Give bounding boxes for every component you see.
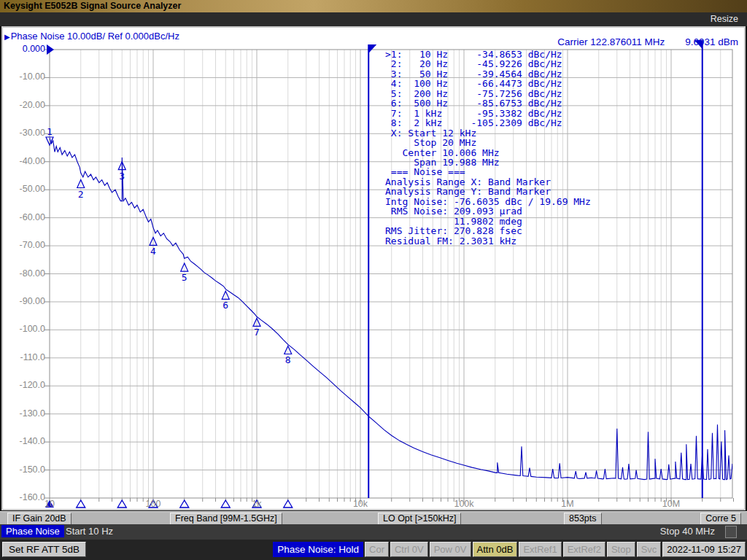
x-axis-tick-label: 100 — [128, 499, 179, 509]
points-button[interactable]: 853pts — [564, 513, 602, 525]
y-axis-tick-label: -110.0 — [0, 352, 45, 362]
marker-readout-table: >1: 10 Hz -34.8653 dBc/Hz 2: 20 Hz -45.9… — [385, 50, 591, 128]
trace-info-bar: Phase Noise Start 10 Hz Stop 40 MHz — [0, 524, 747, 540]
y-axis-tick-label: -30.00 — [0, 128, 45, 138]
indicator-svc: Svc — [637, 542, 662, 557]
y-axis-tick-label: -130.0 — [0, 408, 45, 419]
x-range-readout: X: Start 12 kHz Stop 20 MHz Center 10.00… — [385, 128, 591, 168]
x-axis-tick-label: 100k — [438, 499, 489, 509]
indicator-stop: Stop — [607, 542, 635, 557]
y-axis-tick-label: -140.0 — [0, 436, 45, 446]
y-axis-tick-label: -10.00 — [0, 71, 45, 82]
y-axis-tick-label: -50.00 — [0, 184, 45, 194]
y-axis-tick-label: -60.00 — [0, 212, 45, 222]
indicator-extref2: ExtRef2 — [563, 542, 605, 557]
y-axis-tick-label: -70.00 — [0, 240, 45, 250]
svg-text:3: 3 — [119, 171, 125, 182]
if-gain-button[interactable]: IF Gain 20dB — [7, 513, 71, 525]
trace-scale-label[interactable]: ▶Phase Noise 10.00dB/ Ref 0.000dBc/Hz — [4, 31, 179, 42]
phase-noise-plot[interactable]: 12345678 — [0, 0, 747, 510]
trace-select-icon: ▶ — [4, 33, 10, 41]
y-axis-tick-label: -120.0 — [0, 380, 45, 390]
instrument-status-bar: Set RF ATT 5dB Phase Noise: Hold CorCtrl… — [0, 540, 747, 560]
svg-text:5: 5 — [182, 272, 187, 283]
svg-text:4: 4 — [150, 246, 156, 257]
indicator-extref1: ExtRef1 — [519, 542, 561, 557]
corre-button[interactable]: Corre 5 — [700, 513, 741, 525]
tab-phase-noise[interactable]: Phase Noise — [1, 525, 64, 537]
svg-text:6: 6 — [222, 300, 228, 311]
svg-text:2: 2 — [78, 189, 84, 200]
y-axis-tick-label: -20.00 — [0, 100, 45, 110]
freq-band-button[interactable]: Freq Band [99M-1.5GHz] — [170, 513, 282, 525]
y-axis-tick-label: -90.00 — [0, 296, 45, 306]
sweep-start-label: Start 10 Hz — [66, 526, 113, 537]
svg-text:8: 8 — [285, 354, 291, 365]
datetime-display: 2022-11-09 15:27 — [662, 542, 746, 557]
x-axis-tick-label: 10k — [335, 499, 386, 509]
noise-analysis-readout: === Noise === Analysis Range X: Band Mar… — [385, 167, 591, 246]
indicator-pow-0v: Pow 0V — [430, 542, 471, 557]
lo-opt-button[interactable]: LO Opt [>150kHz] — [378, 513, 461, 525]
indicator-cor: Cor — [365, 542, 389, 557]
status-indicator-group: Phase Noise: Hold CorCtrl 0VPow 0VAttn 0… — [271, 542, 746, 557]
indicator-attn-0db: Attn 0dB — [473, 542, 518, 557]
svg-text:7: 7 — [254, 327, 260, 338]
x-axis-tick-label: 10 — [24, 499, 75, 509]
y-axis-tick-label: -40.00 — [0, 156, 45, 166]
carrier-frequency: Carrier 122.876011 MHz — [557, 36, 665, 47]
x-axis-tick-label: 1M — [542, 499, 593, 509]
y-axis-tick-label: -80.00 — [0, 268, 45, 279]
reference-level-icon — [47, 44, 54, 55]
y-axis-tick-label: -100.0 — [0, 324, 45, 334]
trace-bar-box-icon[interactable] — [725, 526, 737, 538]
x-axis-tick-label: 10M — [646, 499, 697, 509]
set-rf-att-button[interactable]: Set RF ATT 5dB — [2, 542, 86, 557]
sweep-stop-label: Stop 40 MHz — [660, 526, 715, 537]
y-axis-tick-label: -150.0 — [0, 464, 45, 475]
measurement-status-badge: Phase Noise: Hold — [273, 542, 363, 557]
x-axis-tick-label: 1k — [231, 499, 282, 509]
indicator-ctrl-0v: Ctrl 0V — [390, 542, 428, 557]
measurement-status-bar: IF Gain 20dB Freq Band [99M-1.5GHz] LO O… — [0, 511, 747, 524]
trace-scale-text: Phase Noise 10.00dB/ Ref 0.000dBc/Hz — [11, 31, 179, 42]
carrier-readout: Carrier 122.876011 MHz9.6931 dBm — [557, 36, 738, 47]
carrier-power: 9.6931 dBm — [685, 36, 738, 47]
y-axis-tick-label: 0.000 — [0, 44, 45, 54]
svg-text:1: 1 — [47, 126, 53, 137]
readout-block: >1: 10 Hz -34.8653 dBc/Hz 2: 20 Hz -45.9… — [385, 50, 591, 246]
indicator-list: CorCtrl 0VPow 0VAttn 0dBExtRef1ExtRef2St… — [363, 542, 661, 557]
